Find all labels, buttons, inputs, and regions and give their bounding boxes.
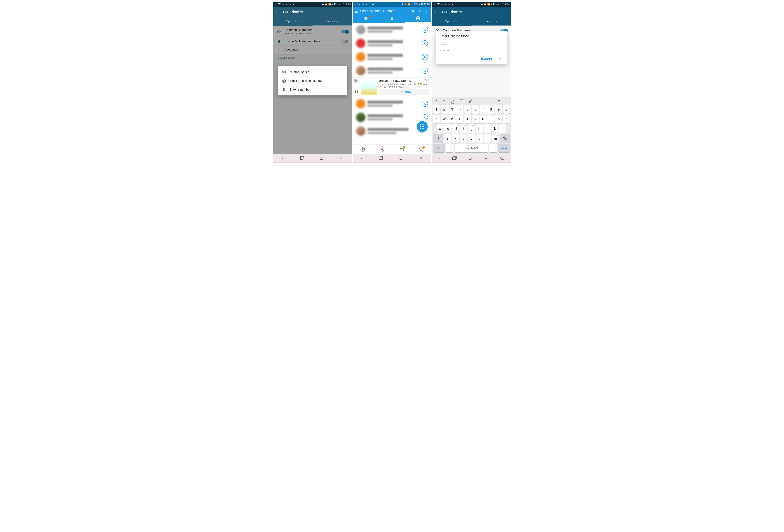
key-l[interactable]: l)	[499, 124, 506, 133]
key-shift[interactable]: ⇧	[433, 134, 443, 143]
key-n[interactable]: n,	[484, 134, 491, 143]
key-d[interactable]: d#	[452, 124, 459, 133]
key-r[interactable]: r=	[456, 115, 464, 123]
key-f[interactable]: f$	[460, 124, 467, 133]
contact-row[interactable]	[353, 64, 431, 78]
nav-dot[interactable]: •	[361, 156, 362, 160]
menu-button[interactable]: ☰	[355, 9, 358, 13]
ad-close-button[interactable]: ✕	[354, 79, 358, 83]
back-button[interactable]	[435, 10, 439, 14]
key-a[interactable]: a!	[437, 124, 444, 133]
call-button[interactable]	[422, 114, 428, 120]
menu-enter-number[interactable]: Enter a number	[278, 85, 347, 94]
number-input[interactable]	[440, 48, 503, 54]
menu-block-contact[interactable]: Block an existing contact	[278, 77, 347, 85]
kb-emoji-icon[interactable]: ☺	[442, 99, 446, 104]
key-w[interactable]: w×	[441, 115, 448, 123]
dialpad-fab[interactable]	[417, 121, 428, 132]
key-v[interactable]: v:	[468, 134, 475, 143]
nav-ime-down[interactable]	[484, 157, 488, 160]
key-u[interactable]: u<	[480, 115, 486, 123]
nav-store[interactable]	[392, 145, 412, 154]
key-period[interactable]: .	[489, 144, 498, 152]
contact-row[interactable]	[353, 36, 431, 50]
tab-spam-list[interactable]: Spam List	[273, 17, 312, 26]
key-comma[interactable]: ,	[446, 144, 454, 152]
nav-recent[interactable]	[300, 157, 303, 160]
tab-favorites[interactable]	[379, 14, 405, 23]
key-j[interactable]: j*	[483, 124, 491, 133]
tab-block-list[interactable]: Block List	[472, 17, 511, 26]
key-symbols[interactable]: !#1	[433, 144, 445, 152]
key-e[interactable]: e÷	[448, 115, 455, 123]
key-z[interactable]: z-	[444, 134, 451, 143]
key-2[interactable]: 2	[441, 105, 448, 114]
overflow-icon[interactable]: ⋮	[424, 9, 429, 13]
contacts-list[interactable]: ✕ 50% OFF + FREE SHIPPI... Ad ▷ Did you …	[353, 23, 431, 145]
kb-voice-icon[interactable]: 🎤	[468, 99, 473, 104]
key-t[interactable]: t/	[464, 115, 471, 123]
key-8[interactable]: 8	[487, 105, 494, 114]
key-i[interactable]: i>	[487, 115, 494, 123]
nav-protection[interactable]	[372, 145, 392, 154]
kb-sticker-icon[interactable]: ☺̲	[450, 99, 454, 104]
key-7[interactable]: 7	[480, 105, 486, 114]
key-c[interactable]: c"	[460, 134, 467, 143]
key-s[interactable]: s@	[445, 124, 452, 133]
setting-private-hidden[interactable]: Private & Hidden numbers	[273, 37, 352, 46]
search-icon[interactable]	[410, 9, 416, 14]
search-input[interactable]: Search Names, Number...	[360, 8, 408, 14]
nav-dot[interactable]: •	[439, 156, 440, 160]
setting-common-spammers[interactable]: Common Spammers Reported by users as spa…	[273, 26, 352, 37]
voice-icon[interactable]	[418, 9, 422, 14]
key-b[interactable]: b;	[476, 134, 483, 143]
nav-add-contact[interactable]: +	[353, 145, 372, 154]
call-button[interactable]	[422, 27, 428, 33]
back-button[interactable]	[276, 10, 280, 14]
key-backspace[interactable]: ⌫	[500, 134, 510, 143]
nav-call-record[interactable]	[412, 145, 431, 154]
key-y[interactable]: y_	[472, 115, 479, 123]
key-m[interactable]: m?	[492, 134, 499, 143]
tab-recents[interactable]	[353, 14, 379, 23]
ok-button[interactable]: OK	[498, 56, 504, 62]
call-button[interactable]	[422, 54, 428, 60]
key-next[interactable]: Next	[498, 144, 510, 152]
nav-home[interactable]	[320, 157, 323, 160]
key-q[interactable]: q+	[433, 115, 440, 123]
key-k[interactable]: k(	[492, 124, 499, 133]
kb-gif-icon[interactable]: GIF	[459, 99, 464, 103]
key-4[interactable]: 4	[456, 105, 464, 114]
name-input[interactable]	[440, 41, 503, 48]
tab-block-list[interactable]: Block List	[312, 17, 352, 26]
nav-home[interactable]	[399, 157, 402, 160]
tab-contacts[interactable]	[405, 14, 431, 23]
key-p[interactable]: p]	[503, 115, 510, 123]
key-1[interactable]: 1	[433, 105, 440, 114]
kb-collapse-icon[interactable]: ⌄	[505, 99, 508, 104]
nav-recent[interactable]	[379, 157, 383, 160]
nav-keyboard-icon[interactable]	[500, 157, 504, 159]
cancel-button[interactable]: CANCEL	[480, 56, 494, 62]
key-o[interactable]: o[	[495, 115, 502, 123]
contact-row[interactable]	[353, 23, 431, 36]
nav-back[interactable]	[340, 157, 343, 160]
key-6[interactable]: 6	[472, 105, 479, 114]
key-x[interactable]: x'	[452, 134, 459, 143]
menu-number-series[interactable]: 123 Number series	[278, 68, 347, 77]
nav-dot[interactable]: •	[282, 156, 283, 160]
call-button[interactable]	[422, 101, 428, 107]
contact-row[interactable]	[353, 50, 431, 64]
tab-spam-list[interactable]: Spam List	[432, 17, 472, 26]
key-5[interactable]: 5	[464, 105, 471, 114]
ad-banner[interactable]: ✕ 50% OFF + FREE SHIPPI... Ad ▷ Did you …	[353, 78, 431, 97]
call-button[interactable]	[422, 67, 428, 74]
kb-undo-icon[interactable]: ↺	[435, 99, 438, 104]
key-3[interactable]: 3	[448, 105, 455, 114]
key-space[interactable]: English (US)	[454, 144, 488, 152]
nav-home[interactable]	[469, 157, 472, 160]
key-9[interactable]: 9	[495, 105, 502, 114]
nav-recent[interactable]	[452, 157, 456, 160]
ad-cta-button[interactable]: SHOP NOW	[379, 89, 429, 95]
ad-pause-icon[interactable]: ❚❚	[354, 90, 360, 93]
